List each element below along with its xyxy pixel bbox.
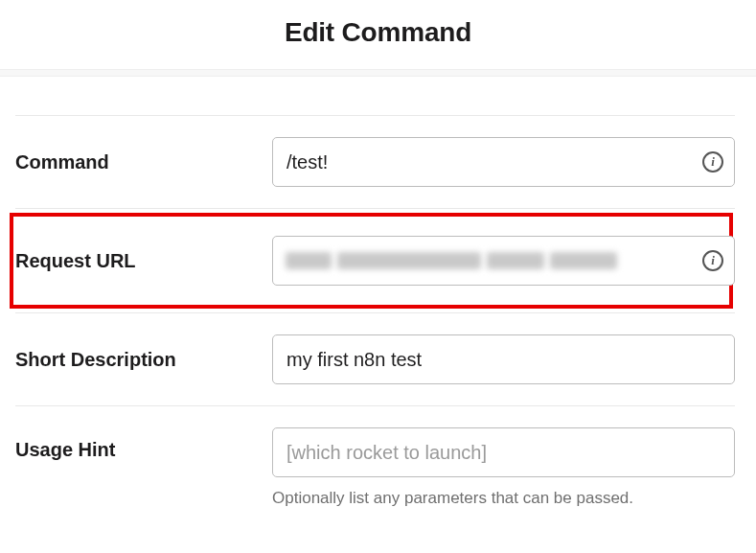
form-row-usage-hint: Usage Hint Optionally list any parameter… [15, 405, 735, 529]
command-input-wrap [272, 137, 735, 187]
form-container: Command Request URL Short Description [0, 77, 756, 529]
usage-hint-label: Usage Hint [15, 427, 272, 461]
command-input[interactable] [272, 137, 735, 187]
short-description-input[interactable] [272, 334, 735, 384]
usage-hint-helper: Optionally list any parameters that can … [272, 489, 735, 508]
form-row-short-description: Short Description [15, 312, 735, 405]
usage-hint-input-wrap: Optionally list any parameters that can … [272, 427, 735, 508]
info-icon[interactable] [702, 250, 723, 271]
info-icon[interactable] [702, 151, 723, 173]
request-url-input-wrap [272, 236, 735, 286]
form-row-request-url: Request URL [15, 208, 735, 312]
redacted-content [286, 250, 689, 271]
short-description-input-wrap [272, 334, 735, 384]
command-label: Command [15, 151, 272, 173]
page-title: Edit Command [0, 0, 756, 69]
usage-hint-input[interactable] [272, 427, 735, 477]
form-row-command: Command [15, 115, 735, 208]
header-divider [0, 69, 756, 77]
request-url-label: Request URL [15, 250, 272, 272]
short-description-label: Short Description [15, 349, 272, 371]
